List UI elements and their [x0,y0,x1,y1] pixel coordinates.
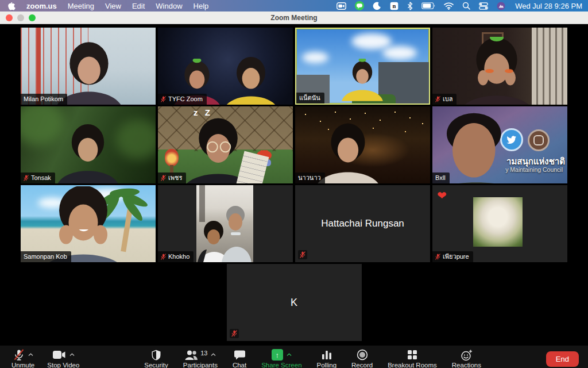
chevron-up-icon[interactable] [69,353,75,356]
video-tile-hattachai-video-off[interactable]: Hattachai Rungsan [295,185,430,262]
participant-name: Bxll [435,175,446,181]
video-tile-natnan-active-speaker[interactable]: แน็ตนัน [295,28,430,105]
app-icon[interactable] [497,1,505,10]
unmute-label: Unmute [11,362,34,368]
menu-item-help[interactable]: Help [194,2,209,10]
battery-icon[interactable] [421,1,435,10]
menu-bar-clock[interactable]: Wed Jul 28 9:26 PM [515,2,582,10]
participant-display-name: Hattachai Rungsan [295,185,430,262]
muted-mic-indicator [298,250,307,259]
menu-item-window[interactable]: Window [156,2,182,10]
participant-name-tag: เพชร [158,172,186,183]
moon-icon[interactable] [373,1,381,10]
up-arrow-glyph: ↑ [276,351,280,359]
participants-icon [184,350,198,361]
control-center-icon[interactable] [479,1,488,10]
participant-name: แน็ตนัน [299,95,320,101]
participant-silhouette [51,121,125,183]
menu-item-view[interactable]: View [105,2,121,10]
video-tile-k-video-off[interactable]: K [227,264,362,341]
bridge-tower [37,28,41,105]
grid-row-3: Samonpan Kob Khokho Hattachai Rung [21,185,567,262]
muted-mic-icon [161,96,166,102]
participant-name-tag: แน็ตนัน [296,93,324,103]
heart-reaction: ❤ [437,189,447,202]
video-tile-tyfc[interactable]: TYFC Zoom [158,28,293,105]
share-screen-label: Share Screen [261,362,301,368]
spotlight-icon[interactable] [462,1,470,10]
grid-row-1: Milan Potikom TYFC Zoom [21,28,567,105]
participant-name: Khokho [168,254,189,260]
participant-silhouette [338,59,387,102]
muted-mic-icon [161,175,166,181]
window-title: Zoom Meeting [270,14,317,22]
shield-icon [150,349,162,361]
video-tile-bxll[interactable]: ามสนุกแห่งชาติ y Maintaining Council Bxl… [432,106,567,183]
bluetooth-icon[interactable] [407,1,413,10]
muted-mic-indicator [230,329,239,338]
grid-row-2: Tonsak z Z เพชร [21,106,567,183]
video-tile-samonpan[interactable]: Samonpan Kob [21,185,156,262]
window-title-bar: Zoom Meeting [0,12,588,24]
muted-mic-icon [435,96,440,102]
participant-name: Tonsak [31,175,51,181]
muted-mic-icon [435,254,440,260]
wifi-icon[interactable] [444,1,454,10]
video-tile-petch[interactable]: z Z เพชร [158,106,293,183]
record-icon [357,349,368,361]
video-tile-milan[interactable]: Milan Potikom [21,28,156,105]
polling-button[interactable]: Polling [317,346,337,368]
blush-filter [485,69,494,73]
menu-item-app[interactable]: zoom.us [26,2,57,10]
reactions-button[interactable]: Reactions [452,346,481,368]
participant-name-tag: เพียวpure [432,251,473,262]
apple-menu-icon[interactable] [8,2,16,10]
zoom-camera-icon[interactable] [336,1,346,10]
share-screen-icon: ↑ [272,349,283,361]
participant-name-tag: TYFC Zoom [158,94,207,105]
video-tile-naonao[interactable]: นาวนาว [295,106,430,183]
dog-profile-photo [473,197,523,247]
sleep-filter-effect: z Z [194,108,212,117]
line-icon[interactable] [355,1,364,10]
video-tile-tonsak[interactable]: Tonsak [21,106,156,183]
svg-text:n: n [393,3,396,9]
participant-name-tag: Khokho [158,251,194,262]
chat-bubble-icon [234,350,246,361]
video-tile-bel[interactable]: เบล [432,28,567,105]
muted-mic-icon [300,251,305,258]
fullscreen-window-button[interactable] [29,14,36,21]
share-screen-button[interactable]: ↑ Share Screen [261,346,301,368]
chat-label: Chat [233,362,246,368]
participants-count: 13 [200,348,207,356]
participant-name-tag: Milan Potikom [21,94,67,105]
polling-label: Polling [317,362,337,368]
video-grid: Milan Potikom TYFC Zoom [0,24,588,346]
instagram-icon [528,129,550,151]
record-button[interactable]: Record [351,346,373,368]
participant-name: นาวนาว [298,175,321,181]
security-button[interactable]: Security [144,346,168,368]
macos-menu-bar: zoom.us Meeting View Edit Window Help n [0,0,588,12]
participants-button[interactable]: 13 Participants [183,346,218,368]
end-meeting-button[interactable]: End [546,351,579,367]
chat-button[interactable]: Chat [233,346,246,368]
notion-icon[interactable]: n [390,1,399,10]
menu-item-edit[interactable]: Edit [132,2,145,10]
close-window-button[interactable] [6,14,13,21]
minimize-window-button[interactable] [17,14,24,21]
video-tile-pure[interactable]: ❤ เพียวpure [432,185,567,262]
security-label: Security [144,362,168,368]
chevron-up-icon[interactable] [287,353,292,356]
stop-video-button[interactable]: Stop Video [47,346,79,368]
unmute-button[interactable]: Unmute [11,346,34,368]
breakout-rooms-button[interactable]: Breakout Rooms [388,346,437,368]
reactions-smiley-icon [461,349,473,361]
meeting-toolbar: Unmute Stop Video Security [0,346,588,368]
participant-name-tag: Samonpan Kob [21,251,71,262]
menu-item-meeting[interactable]: Meeting [68,2,94,10]
chevron-up-icon[interactable] [211,353,216,356]
chevron-up-icon[interactable] [28,353,33,356]
video-tile-khokho[interactable]: Khokho [158,185,293,262]
participant-silhouette [448,37,545,105]
